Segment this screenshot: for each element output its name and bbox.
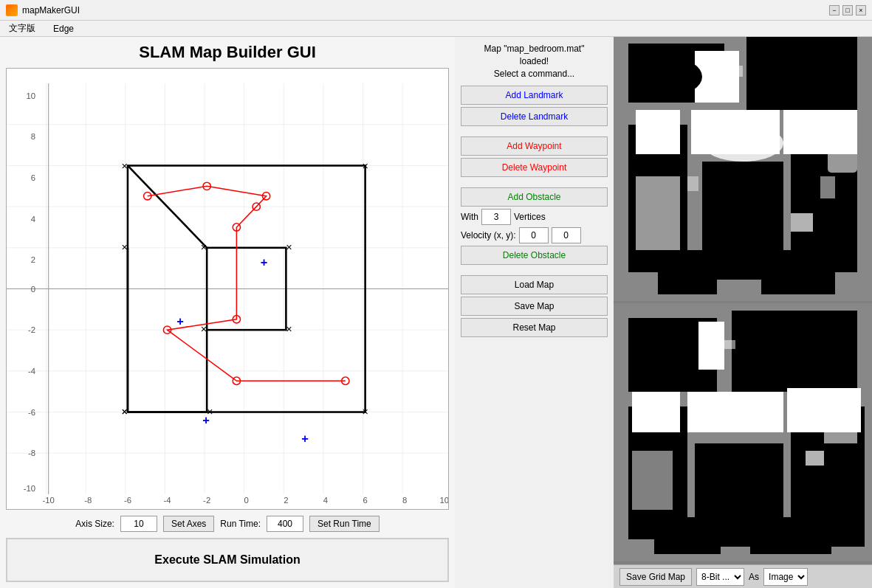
svg-text:-10: -10 (24, 484, 35, 493)
svg-rect-96 (828, 147, 857, 173)
add-waypoint-button[interactable]: Add Waypoint (461, 136, 608, 156)
svg-point-90 (643, 58, 702, 95)
svg-text:8: 8 (31, 132, 35, 141)
app-icon (6, 4, 18, 16)
svg-text:-10: -10 (43, 496, 55, 505)
menu-bar: 文字版 Edge (0, 21, 872, 37)
svg-text:4: 4 (323, 496, 328, 505)
axis-size-label: Axis Size: (75, 519, 114, 529)
execute-slam-button[interactable]: Execute SLAM Simulation (6, 538, 449, 582)
svg-text:+: + (261, 255, 268, 269)
save-map-button[interactable]: Save Map (461, 297, 608, 316)
as-label: As (749, 572, 759, 582)
svg-rect-87 (687, 176, 698, 191)
svg-point-115 (702, 398, 783, 430)
bit-depth-select[interactable]: 8-Bit ... (696, 568, 744, 586)
maximize-button[interactable]: □ (842, 5, 853, 15)
axis-controls: Axis Size: Set Axes Run Time: Set Run Ti… (6, 516, 449, 532)
svg-text:+: + (202, 413, 210, 426)
svg-text:×: × (286, 241, 292, 253)
velocity-x-input[interactable] (519, 227, 549, 243)
menu-item-texts[interactable]: 文字版 (6, 22, 38, 35)
delete-obstacle-button[interactable]: Delete Obstacle (461, 246, 608, 265)
run-time-input[interactable] (267, 516, 303, 532)
page-title: SLAM Map Builder GUI (6, 43, 449, 62)
plot-area: 10 8 6 4 2 0 -2 -4 -6 -8 -10 -10 -8 -6 -… (6, 68, 449, 510)
delete-waypoint-button[interactable]: Delete Waypoint (461, 158, 608, 177)
svg-text:10: 10 (440, 496, 448, 505)
status-area: Map "map_bedroom.mat" loaded! Select a c… (461, 43, 608, 80)
svg-point-110 (643, 339, 695, 371)
reset-map-button[interactable]: Reset Map (461, 318, 608, 337)
bottom-image-panel (614, 301, 872, 565)
svg-point-112 (722, 473, 763, 525)
top-image-panel (614, 37, 872, 301)
close-button[interactable]: × (856, 5, 866, 15)
svg-rect-85 (636, 176, 680, 250)
app-title-bar: mapMakerGUI (22, 5, 80, 15)
run-time-label: Run Time: (220, 519, 261, 529)
svg-text:-8: -8 (84, 496, 92, 505)
svg-rect-89 (820, 176, 835, 198)
svg-rect-109 (806, 451, 824, 466)
add-obstacle-button[interactable]: Add Obstacle (461, 187, 608, 207)
menu-item-edge[interactable]: Edge (50, 24, 77, 34)
vertices-label: Vertices (514, 212, 546, 222)
svg-text:×: × (122, 406, 128, 418)
svg-text:2: 2 (31, 255, 35, 264)
svg-text:-2: -2 (203, 496, 210, 505)
velocity-label: Velocity (x, y): (461, 230, 516, 241)
controls-panel: Map "map_bedroom.mat" loaded! Select a c… (455, 37, 614, 588)
right-images-panel: Save Grid Map 8-Bit ... As Image (614, 37, 872, 588)
format-select[interactable]: Image (763, 568, 808, 586)
svg-point-92 (721, 184, 765, 243)
svg-rect-108 (724, 340, 735, 349)
svg-rect-114 (750, 517, 831, 554)
with-label: With (461, 212, 478, 222)
svg-text:-8: -8 (28, 449, 35, 457)
svg-rect-94 (761, 250, 835, 294)
svg-text:+: + (176, 314, 184, 328)
axis-size-input[interactable] (120, 516, 157, 532)
svg-text:-6: -6 (124, 496, 131, 505)
title-bar: mapMakerGUI − □ × (0, 0, 872, 21)
svg-text:-4: -4 (164, 496, 171, 505)
velocity-row: Velocity (x, y): (461, 227, 608, 243)
svg-point-111 (763, 323, 830, 364)
svg-text:4: 4 (31, 215, 35, 224)
svg-rect-116 (824, 418, 857, 443)
svg-rect-104 (698, 322, 724, 370)
svg-rect-105 (632, 392, 680, 432)
obstacle-vertices-row: With Vertices (461, 209, 608, 225)
svg-rect-88 (791, 213, 813, 232)
svg-text:×: × (286, 323, 292, 335)
svg-rect-117 (632, 451, 673, 510)
minimize-button[interactable]: − (829, 5, 840, 15)
svg-text:×: × (362, 406, 368, 418)
svg-text:+: + (301, 432, 309, 445)
set-axes-button[interactable]: Set Axes (163, 516, 214, 532)
svg-rect-113 (654, 517, 721, 554)
status-line3: Select a command... (461, 68, 608, 80)
load-map-button[interactable]: Load Map (461, 275, 608, 294)
svg-text:×: × (122, 241, 128, 253)
add-landmark-button[interactable]: Add Landmark (461, 86, 608, 105)
save-grid-bar: Save Grid Map 8-Bit ... As Image (614, 564, 872, 588)
velocity-y-input[interactable] (552, 227, 581, 243)
status-line2: loaded! (461, 55, 608, 68)
set-run-time-button[interactable]: Set Run Time (309, 516, 380, 532)
svg-point-95 (702, 125, 783, 162)
delete-landmark-button[interactable]: Delete Landmark (461, 107, 608, 126)
svg-text:8: 8 (402, 496, 407, 505)
svg-text:10: 10 (27, 91, 36, 100)
svg-point-91 (761, 47, 835, 91)
svg-rect-86 (728, 66, 743, 77)
svg-text:×: × (362, 160, 368, 172)
svg-text:0: 0 (31, 285, 35, 294)
svg-rect-93 (658, 250, 717, 294)
svg-text:-6: -6 (28, 408, 35, 417)
save-grid-map-button[interactable]: Save Grid Map (619, 568, 692, 586)
svg-text:-4: -4 (28, 367, 35, 376)
svg-text:6: 6 (363, 496, 367, 505)
vertices-input[interactable] (481, 209, 511, 225)
